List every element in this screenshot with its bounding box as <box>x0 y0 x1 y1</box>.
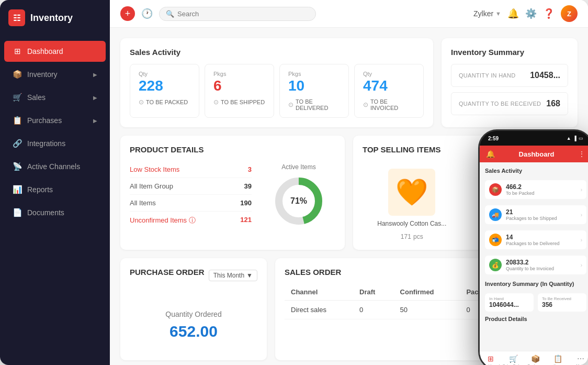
add-button[interactable]: + <box>120 6 135 21</box>
product-row-all-items[interactable]: All Items 190 <box>130 195 252 212</box>
sales-activity-title: Sales Activity <box>130 48 424 57</box>
channels-icon: 📡 <box>13 162 22 171</box>
cart-icon: 🛒 <box>509 355 518 363</box>
phone-metric-delivered: 📬 14 Packages to be Delivered › <box>485 230 586 249</box>
phone-shipped-dot: 🚚 <box>489 208 502 221</box>
phone-nav-packages[interactable]: 📦 Packages <box>525 355 547 365</box>
sidebar-item-purchases[interactable]: 📋 Purchases ▶ <box>4 110 106 131</box>
inv-row-to-receive[interactable]: QUANTITY TO BE RECEIVED 168 <box>451 92 568 115</box>
phone-nav-sales-orders[interactable]: 🛒 Sales Orders <box>502 355 525 365</box>
purchase-order-card: PURCHASE ORDER This Month ▼ Quantity Ord… <box>120 258 267 360</box>
inventory-summary-title: Inventory Summary <box>451 48 568 57</box>
po-title: PURCHASE ORDER <box>130 268 205 276</box>
product-row-low-stock[interactable]: Low Stock Items 3 <box>130 161 252 178</box>
history-icon[interactable]: 🕐 <box>141 8 153 19</box>
po-period-selector[interactable]: This Month ▼ <box>209 270 257 281</box>
clock-icon: ⊙ <box>363 101 368 108</box>
selling-item-0[interactable]: 🧡 Hanswooly Cotton Cas... 171 pcs <box>363 169 461 240</box>
integrations-icon: 🔗 <box>13 139 22 148</box>
phone-metric-packed: 📦 466.2 To be Packed › <box>485 180 586 199</box>
help-icon[interactable]: ❓ <box>543 8 555 19</box>
sidebar-item-label: Active Channels <box>27 162 97 171</box>
inv-row-in-hand[interactable]: QUANTITY IN HAND 10458... <box>451 64 568 87</box>
metric-to-be-invoiced[interactable]: Qty 474 ⊙ TO BE INVOICED <box>354 64 424 118</box>
phone-nav-more[interactable]: ⋯ More <box>569 355 588 365</box>
sidebar-item-active-channels[interactable]: 📡 Active Channels <box>4 156 106 177</box>
col-draft: Draft <box>353 284 393 301</box>
sidebar-logo: ☷ Inventory <box>0 0 110 36</box>
top-row: Sales Activity Qty 228 ⊙ TO BE PACKED Pk… <box>120 38 578 127</box>
logo-icon: ☷ <box>8 9 25 26</box>
app-wrapper: ☷ Inventory ⊞ Dashboard 📦 Inventory ▶ 🛒 … <box>0 0 588 365</box>
sidebar-item-inventory[interactable]: 📦 Inventory ▶ <box>4 64 106 85</box>
logo-text: Inventory <box>30 13 73 24</box>
chevron-right-icon: ▶ <box>93 72 97 78</box>
phone-title: Dashboard <box>519 150 555 158</box>
phone-notch: 2:59 ▲ ▐ ▭ <box>480 131 588 146</box>
donut-area: Active Items 71% <box>262 161 335 229</box>
phone-invoiced-dot: 💰 <box>489 259 502 271</box>
avatar[interactable]: Z <box>561 5 578 22</box>
phone-status-icons: ▲ ▐ ▭ <box>567 136 583 141</box>
donut-chart: 71% <box>273 175 325 227</box>
sidebar: ☷ Inventory ⊞ Dashboard 📦 Inventory ▶ 🛒 … <box>0 0 110 365</box>
search-icon: 🔍 <box>166 10 174 18</box>
phone-content: Sales Activity 📦 466.2 To be Packed › 🚚 … <box>480 162 588 351</box>
search-container[interactable]: 🔍 <box>159 7 316 21</box>
phone-bottom-nav: ⊞ Dashboard 🛒 Sales Orders 📦 Packages 📋 … <box>480 351 588 365</box>
search-input[interactable] <box>177 10 309 18</box>
reports-icon: 📊 <box>13 185 22 194</box>
chevron-right-icon: ▶ <box>93 95 97 101</box>
metric-to-be-delivered[interactable]: Pkgs 10 ⊙ TO BE DELIVERED <box>279 64 349 118</box>
phone-metric-invoiced: 💰 20833.2 Quantity to be Invoiced › <box>485 256 586 274</box>
topbar: + 🕐 🔍 Zylker ▼ 🔔 ⚙️ ❓ Z <box>110 0 588 28</box>
metric-to-be-shipped[interactable]: Pkgs 6 ⊙ TO BE SHIPPED <box>205 64 274 118</box>
phone-nav-dashboard[interactable]: ⊞ Dashboard <box>480 355 502 365</box>
clock-icon: ⊙ <box>139 98 144 106</box>
sidebar-item-sales[interactable]: 🛒 Sales ▶ <box>4 87 106 108</box>
sales-activity-card: Sales Activity Qty 228 ⊙ TO BE PACKED Pk… <box>120 38 433 127</box>
product-details-inner: Low Stock Items 3 All Item Group 39 All … <box>130 161 335 229</box>
phone-topbar: 🔔 Dashboard ⋮ <box>480 146 588 162</box>
notification-icon[interactable]: 🔔 <box>507 8 519 19</box>
phone-notification-icon: 🔔 <box>486 150 495 158</box>
sidebar-item-label: Integrations <box>27 139 97 148</box>
chevron-right-icon: › <box>581 262 582 268</box>
phone-metric-shipped: 🚚 21 Packages to be Shipped › <box>485 205 586 224</box>
phone-nav-items[interactable]: 📋 Items <box>547 355 569 365</box>
wifi-icon: ▲ <box>567 136 571 141</box>
sidebar-item-label: Sales <box>27 93 88 102</box>
sidebar-item-label: Dashboard <box>27 47 97 56</box>
chevron-right-icon: › <box>581 237 582 243</box>
sidebar-item-dashboard[interactable]: ⊞ Dashboard <box>4 41 106 62</box>
signal-icon: ▐ <box>573 136 576 141</box>
sidebar-nav: ⊞ Dashboard 📦 Inventory ▶ 🛒 Sales ▶ 📋 Pu… <box>0 36 110 365</box>
phone-screen: 🔔 Dashboard ⋮ Sales Activity 📦 466.2 To … <box>480 146 588 365</box>
clock-icon: ⊙ <box>288 101 293 108</box>
po-header: PURCHASE ORDER This Month ▼ <box>130 268 257 284</box>
donut-percentage: 71% <box>290 196 307 206</box>
product-row-unconfirmed[interactable]: Unconfirmed Items ⓘ 121 <box>130 212 252 229</box>
chevron-right-icon: › <box>581 212 582 218</box>
inventory-icon: 📦 <box>13 70 22 79</box>
product-row-item-group[interactable]: All Item Group 39 <box>130 178 252 195</box>
sidebar-item-label: Inventory <box>27 70 88 79</box>
product-list: Low Stock Items 3 All Item Group 39 All … <box>130 161 252 229</box>
phone-overlay: 2:59 ▲ ▐ ▭ 🔔 Dashboard ⋮ Sales Activity … <box>478 129 588 365</box>
dashboard-icon: ⊞ <box>488 355 494 363</box>
sales-icon: 🛒 <box>13 93 22 102</box>
sidebar-item-documents[interactable]: 📄 Documents <box>4 202 106 223</box>
po-content: Quantity Ordered 652.00 <box>130 300 257 351</box>
top-selling-title: TOP SELLING ITEMS <box>363 145 440 154</box>
sidebar-item-reports[interactable]: 📊 Reports <box>4 179 106 200</box>
phone-inv-in-hand: In Hand 1046044... <box>485 293 534 312</box>
phone-menu-icon: ⋮ <box>578 150 585 158</box>
chevron-down-icon: ▼ <box>495 10 501 17</box>
sidebar-item-integrations[interactable]: 🔗 Integrations <box>4 133 106 154</box>
username[interactable]: Zylker ▼ <box>473 9 501 18</box>
phone-packed-dot: 📦 <box>489 183 502 196</box>
metric-value-delivered: 10 <box>288 78 304 94</box>
items-icon: 📋 <box>553 355 562 363</box>
metric-to-be-packed[interactable]: Qty 228 ⊙ TO BE PACKED <box>130 64 199 118</box>
settings-icon[interactable]: ⚙️ <box>525 8 537 19</box>
